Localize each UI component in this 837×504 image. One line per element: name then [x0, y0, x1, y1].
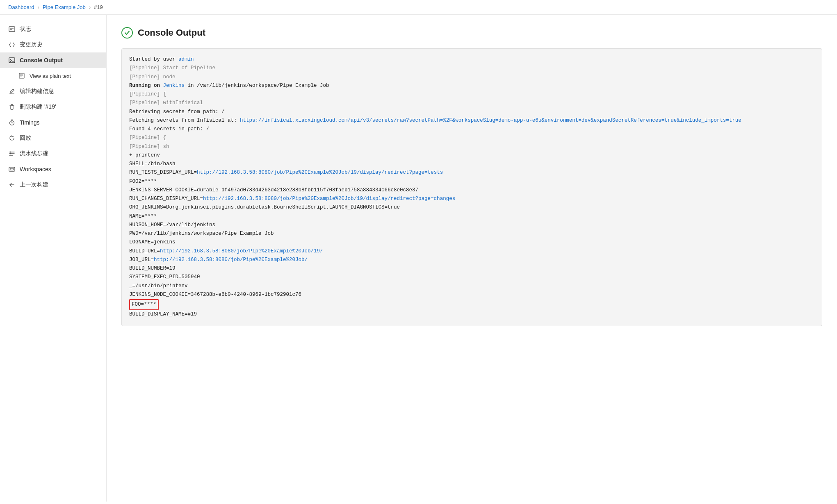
sidebar-item-edit-build[interactable]: 编辑构建信息	[0, 84, 106, 99]
console-line: Started by user admin	[129, 55, 814, 64]
console-line: Running on Jenkins in /var/lib/jenkins/w…	[129, 82, 814, 90]
console-line: [Pipeline] {	[129, 90, 814, 99]
sidebar-item-plain-text[interactable]: View as plain text	[0, 68, 106, 84]
console-icon	[8, 57, 16, 64]
console-line: NAME=****	[129, 212, 814, 221]
svg-rect-18	[10, 168, 14, 170]
sidebar-item-timings-label: Timings	[20, 119, 40, 126]
infisical-url-link[interactable]: https://infisical.xiaoxingcloud.com/api/…	[240, 118, 741, 123]
sidebar-item-console[interactable]: Console Output	[0, 52, 106, 68]
console-line: + printenv	[129, 151, 814, 160]
run-tests-url-link[interactable]: http://192.168.3.58:8080/job/Pipe%20Exam…	[197, 170, 443, 175]
delete-icon	[8, 103, 16, 111]
console-line: Fetching secrets from Infisical at: http…	[129, 116, 814, 125]
sidebar-item-pipeline-steps[interactable]: 流水线步骤	[0, 146, 106, 161]
console-line: RUN_CHANGES_DISPLAY_URL=http://192.168.3…	[129, 195, 814, 203]
success-icon	[121, 27, 133, 39]
console-line: SYSTEMD_EXEC_PID=505940	[129, 273, 814, 282]
breadcrumb-sep-2: ›	[89, 4, 91, 10]
breadcrumb-dashboard[interactable]: Dashboard	[8, 4, 34, 10]
console-line: LOGNAME=jenkins	[129, 238, 814, 247]
sidebar-item-edit-build-label: 编辑构建信息	[20, 88, 54, 95]
console-line: SHELL=/bin/bash	[129, 160, 814, 168]
admin-link[interactable]: admin	[178, 57, 194, 62]
sidebar-item-timings[interactable]: Timings	[0, 115, 106, 130]
page-title: Console Output	[138, 27, 205, 38]
breadcrumb-sep-1: ›	[38, 4, 39, 10]
console-line-foo-highlighted: FOO=****	[129, 299, 814, 310]
page-title-row: Console Output	[121, 27, 822, 39]
prev-build-icon	[8, 181, 16, 188]
plain-text-icon	[18, 72, 25, 79]
console-line: JENKINS_SERVER_COOKIE=durable-df497ad078…	[129, 186, 814, 195]
console-line: _=/usr/bin/printenv	[129, 282, 814, 291]
console-line: HUDSON_HOME=/var/lib/jenkins	[129, 221, 814, 229]
console-line: [Pipeline] withInfisical	[129, 99, 814, 107]
sidebar-item-replay[interactable]: 回放	[0, 130, 106, 146]
pipeline-steps-icon	[8, 150, 16, 157]
console-line: Found 4 secrets in path: /	[129, 125, 814, 134]
timings-icon	[8, 119, 16, 126]
status-icon	[8, 25, 16, 33]
changes-icon	[8, 41, 16, 48]
run-changes-url-link[interactable]: http://192.168.3.58:8080/job/Pipe%20Exam…	[203, 196, 455, 202]
sidebar-item-status[interactable]: 状态	[0, 21, 106, 37]
console-line: [Pipeline] {	[129, 134, 814, 142]
replay-icon	[8, 134, 16, 142]
build-url-link[interactable]: http://192.168.3.58:8080/job/Pipe%20Exam…	[160, 248, 323, 254]
svg-point-16	[10, 153, 11, 154]
edit-icon	[8, 88, 16, 95]
console-line: Retrieving secrets from path: /	[129, 108, 814, 116]
console-line: BUILD_DISPLAY_NAME=#19	[129, 310, 814, 319]
console-line: BUILD_URL=http://192.168.3.58:8080/job/P…	[129, 247, 814, 256]
breadcrumb-pipe-example-job[interactable]: Pipe Example Job	[43, 4, 86, 10]
console-line: [Pipeline] node	[129, 73, 814, 82]
main-content: Console Output Started by user admin [Pi…	[107, 15, 837, 502]
sidebar-item-prev-build[interactable]: 上一次构建	[0, 177, 106, 193]
sidebar-item-status-label: 状态	[20, 25, 31, 33]
sidebar-item-changes[interactable]: 变更历史	[0, 37, 106, 52]
sidebar-item-changes-label: 变更历史	[20, 41, 43, 48]
jenkins-link[interactable]: Jenkins	[163, 83, 185, 89]
sidebar-item-plain-text-label: View as plain text	[30, 73, 71, 79]
svg-point-15	[10, 152, 11, 153]
console-line: ORG_JENKINS=Dorg.jenkinsci.plugins.durab…	[129, 203, 814, 212]
workspaces-icon	[8, 166, 16, 173]
breadcrumb: Dashboard › Pipe Example Job › #19	[0, 0, 837, 15]
foo-highlight: FOO=****	[129, 299, 159, 310]
console-output: Started by user admin [Pipeline] Start o…	[121, 48, 822, 326]
sidebar-item-console-label: Console Output	[20, 57, 63, 64]
svg-rect-0	[9, 27, 15, 32]
console-line: FOO2=****	[129, 177, 814, 186]
job-url-link[interactable]: http://192.168.3.58:8080/job/Pipe%20Exam…	[154, 257, 308, 263]
sidebar-item-delete-build-label: 删除构建 '#19'	[20, 103, 56, 111]
console-line: JOB_URL=http://192.168.3.58:8080/job/Pip…	[129, 256, 814, 264]
console-line: [Pipeline] sh	[129, 143, 814, 151]
console-line: PWD=/var/lib/jenkins/workspace/Pipe Exam…	[129, 229, 814, 238]
sidebar: 状态 变更历史 Console Output View as plain tex…	[0, 15, 107, 502]
sidebar-item-workspaces[interactable]: Workspaces	[0, 161, 106, 177]
svg-rect-17	[9, 167, 15, 171]
sidebar-item-replay-label: 回放	[20, 134, 31, 142]
sidebar-item-prev-build-label: 上一次构建	[20, 181, 48, 188]
console-line: [Pipeline] Start of Pipeline	[129, 64, 814, 73]
console-line: RUN_TESTS_DISPLAY_URL=http://192.168.3.5…	[129, 168, 814, 177]
sidebar-item-workspaces-label: Workspaces	[20, 166, 51, 173]
console-line: BUILD_NUMBER=19	[129, 264, 814, 273]
breadcrumb-build-number: #19	[94, 4, 103, 10]
sidebar-item-pipeline-steps-label: 流水线步骤	[20, 150, 48, 157]
sidebar-item-delete-build[interactable]: 删除构建 '#19'	[0, 99, 106, 115]
console-line: JENKINS_NODE_COOKIE=3467288b-e6b0-4240-8…	[129, 291, 814, 299]
